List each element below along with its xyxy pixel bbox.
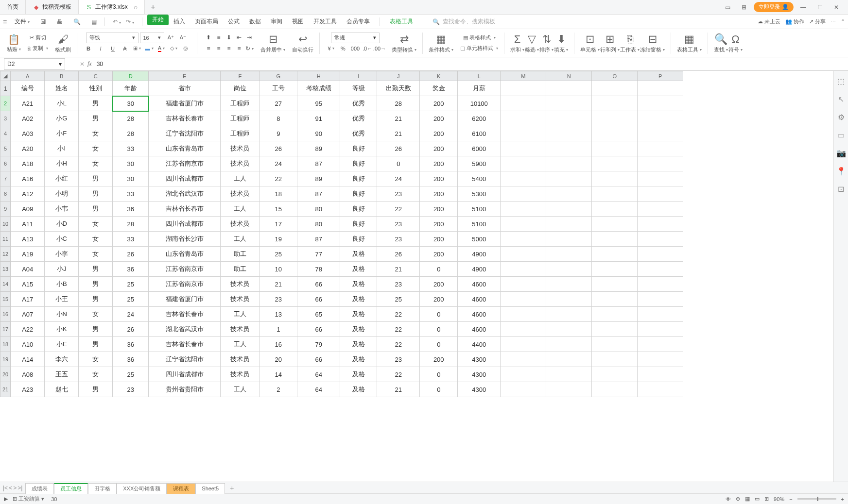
cut-button[interactable]: ✂剪切 (30, 33, 46, 43)
cell[interactable]: 年龄 (113, 81, 149, 96)
cell[interactable]: 工程师 (221, 126, 260, 141)
cell[interactable]: 66 (297, 277, 340, 292)
fx-button[interactable]: fx (87, 60, 92, 67)
cell[interactable] (501, 141, 546, 156)
cell[interactable]: 吉林省长春市 (149, 111, 221, 126)
cell[interactable]: 22 (260, 171, 297, 186)
cell[interactable]: 工程师 (221, 96, 260, 111)
title-tab[interactable]: 首页 (0, 0, 26, 14)
cell[interactable]: 25 (113, 277, 149, 292)
cell[interactable]: 200 (420, 141, 458, 156)
cell[interactable]: 及格 (340, 322, 377, 337)
zoom-value[interactable]: 90% (774, 496, 784, 502)
cell[interactable]: 女 (79, 232, 113, 247)
col-header-B[interactable]: B (45, 71, 79, 81)
title-tab[interactable]: S工作簿3.xlsx○ (79, 0, 145, 14)
cell[interactable]: 贵州省贵阳市 (149, 382, 221, 397)
cell[interactable]: A12 (11, 186, 45, 202)
menu-tab-公式[interactable]: 公式 (223, 15, 244, 29)
cell[interactable]: 26 (113, 322, 149, 337)
cell[interactable] (592, 81, 638, 96)
cancel-formula-icon[interactable]: ✕ (80, 61, 85, 67)
cell[interactable]: 岗位 (221, 81, 260, 96)
symbol-button[interactable]: 符号 (728, 46, 743, 53)
cell[interactable]: 工人 (221, 337, 260, 352)
cell[interactable] (638, 217, 683, 232)
cell[interactable]: 77 (297, 247, 340, 262)
cell[interactable] (592, 352, 638, 367)
side-camera-icon[interactable]: 📷 (836, 149, 846, 158)
cell[interactable]: 5900 (458, 156, 501, 171)
menu-tab-页面布局[interactable]: 页面布局 (190, 15, 223, 29)
cell[interactable] (546, 171, 592, 186)
row-header-4[interactable]: 4 (0, 126, 11, 141)
cell[interactable] (592, 247, 638, 262)
cell[interactable]: 21 (260, 277, 297, 292)
cell[interactable]: 20 (260, 352, 297, 367)
cell[interactable] (592, 111, 638, 126)
title-tab[interactable]: ◆找稻壳模板 (26, 0, 79, 14)
cell[interactable]: A23 (11, 382, 45, 397)
cell[interactable]: 200 (420, 232, 458, 247)
cell[interactable]: 及格 (340, 277, 377, 292)
sheet-tab[interactable]: 成绩表 (25, 483, 54, 494)
cell[interactable]: 小B (45, 277, 79, 292)
align-center-button[interactable]: ≡ (213, 43, 224, 54)
cell[interactable]: 1 (260, 322, 297, 337)
cell[interactable]: 男 (79, 322, 113, 337)
cell[interactable]: 5300 (458, 186, 501, 202)
cell[interactable]: 男 (79, 337, 113, 352)
col-header-C[interactable]: C (79, 71, 113, 81)
cell[interactable] (592, 217, 638, 232)
cell[interactable]: 28 (113, 111, 149, 126)
side-pin-icon[interactable]: 📍 (836, 167, 846, 176)
cell[interactable]: 6200 (458, 111, 501, 126)
cell[interactable]: 工人 (221, 307, 260, 322)
cell[interactable]: 89 (297, 171, 340, 186)
merge-icon[interactable]: ⊟ (269, 33, 277, 46)
cell[interactable]: 4900 (458, 247, 501, 262)
cell[interactable]: 8 (260, 111, 297, 126)
col-header-H[interactable]: H (297, 71, 340, 81)
align-middle-button[interactable]: ≡ (213, 32, 224, 43)
menu-tab-数据[interactable]: 数据 (244, 15, 266, 29)
cell[interactable]: 26 (377, 247, 420, 262)
new-tab-button[interactable]: + (145, 3, 161, 12)
cell[interactable] (501, 367, 546, 382)
cell[interactable]: 等级 (340, 81, 377, 96)
row-header-15[interactable]: 15 (0, 292, 11, 307)
cell[interactable]: A02 (11, 111, 45, 126)
side-cursor-icon[interactable]: ↖ (838, 95, 844, 104)
cell[interactable] (501, 232, 546, 247)
row-header-18[interactable]: 18 (0, 337, 11, 352)
cell[interactable]: 5000 (458, 232, 501, 247)
cell[interactable]: 22 (377, 307, 420, 322)
cell[interactable] (638, 322, 683, 337)
side-more-icon[interactable]: ⊡ (838, 185, 844, 194)
cell[interactable]: 64 (297, 367, 340, 382)
cell[interactable]: 女 (79, 352, 113, 367)
cell[interactable]: 0 (420, 262, 458, 277)
cell[interactable]: 200 (420, 96, 458, 111)
menu-tab-插入[interactable]: 插入 (169, 15, 190, 29)
zoom-slider[interactable] (797, 498, 836, 500)
close-tab-icon[interactable]: ○ (134, 3, 138, 11)
cell[interactable]: 22 (377, 202, 420, 217)
cell[interactable]: 28 (377, 96, 420, 111)
cell[interactable] (546, 186, 592, 202)
cell[interactable] (592, 186, 638, 202)
find-icon[interactable]: 🔍 (714, 33, 727, 46)
cell[interactable]: 女 (79, 367, 113, 382)
cell[interactable]: 15 (260, 202, 297, 217)
format-painter-button[interactable]: 格式刷 (55, 46, 71, 53)
cell[interactable] (501, 111, 546, 126)
layout-icon[interactable]: ▭ (721, 0, 734, 14)
row-header-19[interactable]: 19 (0, 352, 11, 367)
cell[interactable]: 奖金 (420, 81, 458, 96)
justify-button[interactable]: ≡ (234, 43, 244, 54)
cell[interactable]: 考核成绩 (297, 81, 340, 96)
cell[interactable]: 21 (377, 382, 420, 397)
cell[interactable]: 0 (420, 337, 458, 352)
cell[interactable] (638, 367, 683, 382)
collapse-ribbon-icon[interactable]: ⌃ (841, 18, 845, 25)
